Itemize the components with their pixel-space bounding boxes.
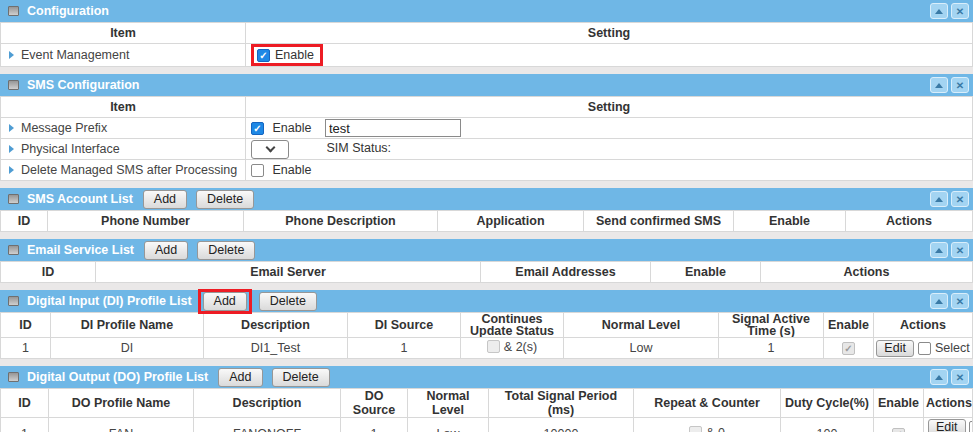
di-description-cell: DI1_Test	[204, 338, 348, 359]
sms-configuration-header-bar: SMS Configuration ✕	[0, 74, 973, 96]
setting-cell: SIM Status:	[246, 139, 973, 160]
delete-button[interactable]: Delete	[259, 292, 317, 311]
collapse-button[interactable]	[930, 293, 948, 309]
column-header: Duty Cycle(%)	[781, 389, 874, 418]
do-profile-list-header-bar: Digital Output (DO) Profile List Add Del…	[0, 366, 973, 388]
item-label: Event Management	[21, 48, 129, 62]
column-header: Normal Level	[408, 389, 489, 418]
table-row: 1 FAN FANONOFF 1 Low 10000 & 0 100	[1, 418, 973, 432]
di-normal-level-cell: Low	[564, 338, 719, 359]
di-id-cell: 1	[1, 338, 51, 359]
collapse-button[interactable]	[930, 191, 948, 207]
column-header: Actions	[924, 389, 973, 418]
close-button[interactable]: ✕	[951, 3, 969, 19]
collapse-button[interactable]	[930, 369, 948, 385]
do-profile-table: ID DO Profile Name Description DO Source…	[0, 388, 973, 432]
physical-interface-select[interactable]	[251, 140, 289, 159]
edit-button[interactable]: Edit	[928, 419, 966, 432]
sim-status-label: SIM Status:	[326, 141, 391, 155]
do-normal-level-cell: Low	[408, 418, 489, 432]
do-repeat-counter-cell: & 0	[634, 418, 781, 432]
do-description-cell: FANONOFF	[194, 418, 341, 432]
table-row: Physical Interface SIM Status:	[1, 139, 973, 160]
edit-button[interactable]: Edit	[876, 340, 914, 357]
configuration-table: Item Setting Event Management Enable	[0, 22, 973, 67]
arrow-up-icon	[935, 375, 943, 380]
column-header: Signal Active Time (s)	[719, 313, 824, 338]
collapse-button[interactable]	[930, 77, 948, 93]
column-header: Phone Number	[48, 211, 244, 232]
arrow-up-icon	[935, 9, 943, 14]
column-header-item: Item	[1, 23, 246, 44]
event-management-enable-checkbox[interactable]	[257, 49, 270, 62]
delete-button[interactable]: Delete	[197, 241, 255, 260]
column-header: DO Profile Name	[49, 389, 194, 418]
add-button[interactable]: Add	[218, 368, 262, 387]
arrow-up-icon	[935, 197, 943, 202]
di-profile-table: ID DI Profile Name Description DI Source…	[0, 312, 973, 359]
di-name-cell: DI	[51, 338, 204, 359]
enable-label: Enable	[272, 121, 311, 135]
column-header: Email Server	[96, 262, 481, 283]
close-button[interactable]: ✕	[951, 242, 969, 258]
add-button[interactable]: Add	[143, 190, 187, 209]
add-button[interactable]: Add	[144, 241, 188, 260]
collapse-button[interactable]	[930, 3, 948, 19]
close-button[interactable]: ✕	[951, 369, 969, 385]
configuration-header-bar: Configuration ✕	[0, 0, 973, 22]
close-button[interactable]: ✕	[951, 77, 969, 93]
di-source-cell: 1	[348, 338, 461, 359]
section-window-icon	[8, 6, 19, 16]
table-row: Event Management Enable	[1, 44, 973, 67]
sms-account-table: ID Phone Number Phone Description Applic…	[0, 210, 973, 232]
column-header: Send confirmed SMS	[584, 211, 734, 232]
add-button[interactable]: Add	[203, 292, 247, 311]
header-controls: ✕	[930, 293, 969, 309]
delete-button[interactable]: Delete	[272, 368, 330, 387]
arrow-up-icon	[935, 299, 943, 304]
section-title: SMS Account List	[27, 192, 133, 206]
section-sms-configuration: SMS Configuration ✕ Item Setting Message…	[0, 74, 973, 181]
header-controls: ✕	[930, 369, 969, 385]
di-enable-checkbox	[842, 342, 855, 355]
close-button[interactable]: ✕	[951, 293, 969, 309]
do-source-cell: 1	[341, 418, 408, 432]
section-do-profile-list: Digital Output (DO) Profile List Add Del…	[0, 366, 973, 432]
select-checkbox[interactable]	[918, 342, 931, 355]
di-signal-time-cell: 1	[719, 338, 824, 359]
column-header: Total Signal Period (ms)	[489, 389, 634, 418]
column-header: DO Source	[341, 389, 408, 418]
table-row: 1 DI DI1_Test 1 & 2(s) Low 1 Edit	[1, 338, 973, 359]
di-enable-cell	[824, 338, 874, 359]
setting-cell: Enable	[246, 44, 973, 67]
column-header: Actions	[874, 313, 973, 338]
do-actions-cell: Edit Select	[924, 418, 973, 432]
item-label: Physical Interface	[21, 142, 120, 156]
section-window-icon	[8, 296, 19, 306]
column-header: Continues Update Status	[461, 313, 564, 338]
message-prefix-input[interactable]	[325, 119, 461, 137]
column-header: Enable	[824, 313, 874, 338]
message-prefix-enable-checkbox[interactable]	[251, 122, 264, 135]
delete-sms-enable-checkbox[interactable]	[251, 164, 264, 177]
item-cell: Physical Interface	[1, 139, 246, 160]
email-service-table: ID Email Server Email Addresses Enable A…	[0, 261, 973, 283]
collapse-button[interactable]	[930, 242, 948, 258]
column-header: DI Profile Name	[51, 313, 204, 338]
column-header: Application	[438, 211, 584, 232]
delete-button[interactable]: Delete	[196, 190, 254, 209]
column-header: ID	[1, 262, 96, 283]
select-label: Select	[935, 341, 970, 355]
setting-cell: Enable	[246, 118, 973, 139]
highlight-box: Add	[198, 289, 252, 314]
column-header-setting: Setting	[246, 23, 973, 44]
sms-account-list-header-bar: SMS Account List Add Delete ✕	[0, 188, 973, 210]
select-checkbox[interactable]	[969, 421, 973, 432]
table-row: Delete Managed SMS after Processing Enab…	[1, 160, 973, 181]
do-signal-period-cell: 10000	[489, 418, 634, 432]
column-header: Phone Description	[244, 211, 438, 232]
section-window-icon	[8, 372, 19, 382]
column-header: ID	[1, 313, 51, 338]
close-button[interactable]: ✕	[951, 191, 969, 207]
column-header-setting: Setting	[246, 97, 973, 118]
